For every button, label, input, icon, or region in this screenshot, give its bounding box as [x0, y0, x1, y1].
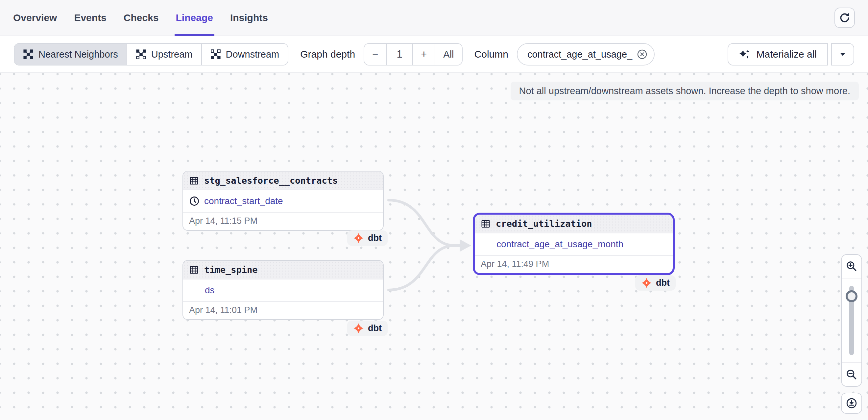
column-filter-chip[interactable]: contract_age_at_usage_: [517, 43, 655, 65]
table-icon: [189, 265, 199, 275]
node-time-spine[interactable]: time_spine ds Apr 14, 11:01 PM: [183, 260, 384, 320]
refresh-button[interactable]: [834, 7, 855, 28]
tab-events[interactable]: Events: [74, 0, 106, 35]
depth-notice: Not all upstream/downstream assets shown…: [510, 82, 859, 101]
view-mode-label: Upstream: [151, 49, 193, 60]
materialize-dropdown-button[interactable]: [831, 43, 854, 65]
circle-x-icon[interactable]: [637, 49, 647, 60]
dbt-badge-label: dbt: [368, 323, 382, 333]
fit-view-button[interactable]: [841, 393, 862, 414]
node-timestamp: Apr 14, 11:15 PM: [183, 213, 383, 230]
view-mode-group: Nearest Neighbors: [14, 43, 288, 65]
zoom-in-icon: [846, 260, 858, 272]
upstream-icon: [136, 49, 146, 60]
table-icon: [481, 219, 491, 229]
tab-lineage[interactable]: Lineage: [176, 0, 213, 35]
zoom-out-button[interactable]: [842, 362, 861, 386]
depth-increment-button[interactable]: +: [412, 44, 435, 65]
node-title: time_spine: [204, 264, 258, 275]
zoom-slider-knob[interactable]: [846, 290, 858, 302]
nearest-neighbors-icon: [23, 49, 34, 60]
node-credit-utilization[interactable]: credit_utilization contract_age_at_usage…: [473, 213, 675, 275]
downstream-icon: [210, 49, 221, 60]
node-stg-salesforce-contracts[interactable]: stg_salesforce__contracts contract_start…: [183, 171, 384, 231]
nav-tabs: Overview Events Checks Lineage Insights: [13, 0, 268, 35]
tab-overview[interactable]: Overview: [13, 0, 57, 35]
toolbar-right: Materialize all: [727, 43, 854, 65]
tab-insights[interactable]: Insights: [230, 0, 268, 35]
depth-decrement-button[interactable]: −: [364, 44, 386, 65]
node-column-row[interactable]: contract_age_at_usage_month: [475, 233, 673, 256]
dbt-logo-icon: [353, 323, 364, 334]
lineage-edges: [0, 73, 868, 420]
column-name: contract_age_at_usage_month: [496, 239, 623, 250]
clock-icon: [189, 196, 199, 206]
node-header: time_spine: [183, 261, 383, 279]
download-circle-icon: [846, 397, 858, 409]
table-icon: [189, 176, 199, 186]
dbt-logo-icon: [353, 233, 364, 244]
refresh-icon: [839, 12, 850, 23]
view-mode-downstream[interactable]: Downstream: [201, 44, 288, 65]
node-column-row[interactable]: ds: [183, 279, 383, 302]
top-nav: Overview Events Checks Lineage Insights: [0, 0, 868, 36]
lineage-toolbar: Nearest Neighbors: [0, 36, 868, 73]
depth-value[interactable]: 1: [386, 44, 412, 65]
dbt-badge-label: dbt: [368, 233, 382, 243]
column-name: ds: [205, 285, 215, 296]
node-timestamp: Apr 14, 11:01 PM: [183, 302, 383, 319]
lineage-page: Overview Events Checks Lineage Insights: [0, 0, 868, 420]
zoom-panel: [841, 254, 862, 387]
zoom-slider[interactable]: [842, 278, 861, 362]
node-header: stg_salesforce__contracts: [183, 171, 383, 190]
dbt-badge: dbt: [635, 275, 676, 291]
column-filter-label: Column: [474, 49, 508, 60]
column-name: contract_start_date: [204, 196, 283, 206]
sparkles-icon: [739, 48, 751, 60]
dbt-badge: dbt: [347, 320, 388, 336]
view-mode-label: Nearest Neighbors: [38, 49, 118, 60]
materialize-all-label: Materialize all: [756, 49, 817, 60]
node-header: credit_utilization: [475, 215, 673, 233]
view-mode-nearest-neighbors[interactable]: Nearest Neighbors: [14, 44, 127, 65]
materialize-all-button[interactable]: Materialize all: [727, 43, 828, 65]
zoom-in-button[interactable]: [842, 255, 861, 278]
dbt-badge: dbt: [347, 230, 388, 246]
graph-depth-label: Graph depth: [300, 49, 355, 60]
node-title: credit_utilization: [496, 219, 592, 229]
chevron-down-icon: [838, 50, 847, 59]
lineage-canvas[interactable]: Not all upstream/downstream assets shown…: [0, 73, 868, 420]
icon-spacer: [189, 290, 200, 291]
icon-spacer: [481, 244, 492, 245]
view-mode-label: Downstream: [226, 49, 279, 60]
column-filter-value: contract_age_at_usage_: [527, 49, 632, 60]
dbt-badge-label: dbt: [656, 278, 670, 288]
node-column-row[interactable]: contract_start_date: [183, 190, 383, 213]
graph-depth-stepper: − 1 + All: [364, 43, 462, 65]
dbt-logo-icon: [641, 278, 652, 288]
depth-all-button[interactable]: All: [435, 44, 462, 65]
zoom-out-icon: [846, 369, 858, 381]
node-title: stg_salesforce__contracts: [204, 175, 338, 186]
tab-checks[interactable]: Checks: [124, 0, 159, 35]
node-timestamp: Apr 14, 11:49 PM: [475, 256, 673, 273]
view-mode-upstream[interactable]: Upstream: [127, 44, 201, 65]
